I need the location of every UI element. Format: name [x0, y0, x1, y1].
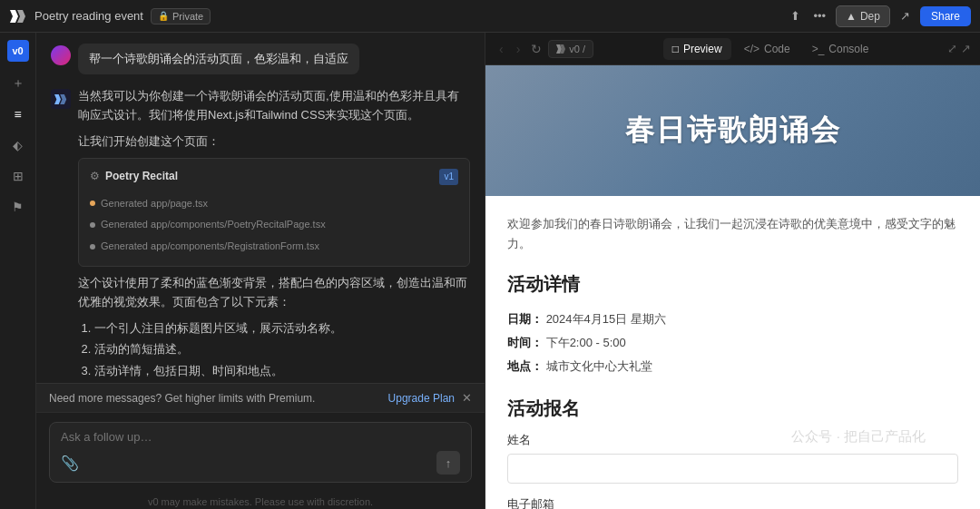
url-bar: v0 /: [548, 40, 593, 58]
upload-button[interactable]: ⬆: [788, 6, 803, 25]
name-label: 姓名: [507, 432, 958, 448]
share-label: Share: [931, 10, 960, 23]
ai-avatar: [51, 89, 71, 109]
preview-panel: ‹ › ↻ v0 / □ Preview </> Code >_ Console…: [485, 33, 980, 509]
disclaimer-text: v0 may make mistakes. Please use with di…: [36, 492, 485, 509]
name-input[interactable]: [507, 454, 958, 484]
code-tab-icon: </>: [744, 43, 760, 55]
time-label: 时间：: [507, 336, 543, 349]
preview-tab-icon: □: [672, 43, 679, 55]
list-item-1: 一个引人注目的标题图片区域，展示活动名称。: [94, 319, 470, 338]
user-bubble: 帮一个诗歌朗诵会的活动页面，色彩温和，自适应: [78, 44, 359, 74]
more-button[interactable]: •••: [810, 6, 828, 25]
premium-bar: Need more messages? Get higher limits wi…: [36, 383, 485, 412]
sidebar-grid-icon[interactable]: ⊞: [5, 163, 31, 189]
share-button[interactable]: Share: [920, 6, 971, 26]
input-actions: 📎 ↑: [61, 451, 460, 475]
app-logo: [9, 9, 27, 24]
deploy-arrow-icon: ▲: [846, 10, 857, 23]
sidebar-logo: v0: [7, 40, 29, 62]
file-dot-icon: [90, 201, 95, 206]
hero-section: 春日诗歌朗诵会: [485, 65, 980, 196]
ai-content: 当然我可以为你创建一个诗歌朗诵会的活动页面,使用温和的色彩并且具有响应式设计。我…: [78, 87, 470, 383]
sidebar-flag-icon[interactable]: ⚑: [5, 194, 31, 220]
form-title: 活动报名: [507, 396, 958, 421]
input-bar: 📎 ↑: [36, 412, 485, 492]
project-title: Poetry reading event: [34, 9, 143, 23]
forward-button[interactable]: ›: [512, 39, 525, 59]
file-item-2: Generated app/components/PoetryRecitalPa…: [90, 214, 458, 236]
ai-desc-text: 这个设计使用了柔和的蓝色渐变背景，搭配白色的内容区域，创造出温和而优雅的视觉效果…: [78, 274, 470, 312]
version-badge: v1: [439, 169, 458, 185]
location-label: 地点：: [507, 359, 543, 373]
code-title: Poetry Recital: [105, 168, 178, 185]
list-item-2: 活动的简短描述。: [94, 340, 470, 358]
user-avatar: [51, 45, 71, 65]
console-tab-label: Console: [828, 43, 868, 55]
top-bar-actions: ▲ Dep ↗ Share: [836, 5, 971, 27]
file-name-1: Generated app/page.tsx: [101, 196, 208, 212]
tab-code[interactable]: </> Code: [735, 38, 799, 60]
private-badge: 🔒 Private: [151, 8, 211, 24]
page-body: 欢迎参加我们的春日诗歌朗诵会，让我们一起沉浸在诗歌的优美意境中，感受文字的魅力。…: [485, 196, 980, 509]
date-label: 日期：: [507, 312, 543, 326]
share-icon-btn[interactable]: ↗: [897, 6, 913, 25]
sidebar-layers-icon[interactable]: ⬖: [5, 132, 31, 158]
url-text: v0 /: [569, 44, 585, 54]
date-value: 2024年4月15日 星期六: [546, 312, 666, 326]
file-item-3: Generated app/components/RegistrationFor…: [90, 236, 458, 258]
time-value: 下午2:00 - 5:00: [546, 336, 626, 349]
send-button[interactable]: ↑: [436, 451, 460, 475]
back-button[interactable]: ‹: [495, 39, 508, 59]
user-message: 帮一个诗歌朗诵会的活动页面，色彩温和，自适应: [51, 44, 470, 74]
upgrade-button[interactable]: Upgrade Plan: [388, 392, 455, 405]
file-dot-icon-3: [90, 244, 95, 250]
lock-icon: 🔒: [158, 11, 169, 21]
main-layout: v0 ＋ ≡ ⬖ ⊞ ⚑ 帮一个诗歌朗诵会的活动页面，色彩温和，自适应: [0, 33, 980, 509]
external-link-button[interactable]: ↗: [961, 42, 971, 55]
expand-button[interactable]: ⤢: [947, 42, 957, 55]
close-premium-button[interactable]: ✕: [462, 391, 472, 405]
ai-message: 当然我可以为你创建一个诗歌朗诵会的活动页面,使用温和的色彩并且具有响应式设计。我…: [51, 87, 470, 383]
file-name-2: Generated app/components/PoetryRecitalPa…: [101, 217, 326, 233]
v0-icon: [556, 44, 565, 54]
detail-date: 日期： 2024年4月15日 星期六: [507, 308, 958, 331]
gear-icon: ⚙: [90, 168, 100, 185]
tab-preview[interactable]: □ Preview: [663, 38, 731, 60]
sidebar-plus-icon[interactable]: ＋: [5, 71, 31, 96]
preview-tabs: ‹ › ↻ v0 / □ Preview </> Code >_ Console…: [485, 33, 980, 65]
ai-intro-text: 当然我可以为你创建一个诗歌朗诵会的活动页面,使用温和的色彩并且具有响应式设计。我…: [78, 87, 470, 125]
hero-title: 春日诗歌朗诵会: [625, 111, 841, 151]
preview-tab-label: Preview: [683, 43, 722, 55]
console-tab-icon: >_: [812, 43, 825, 55]
deploy-button[interactable]: ▲ Dep: [836, 5, 890, 27]
email-label: 电子邮箱: [507, 496, 958, 509]
code-tab-label: Code: [764, 43, 790, 55]
chat-messages: 帮一个诗歌朗诵会的活动页面，色彩温和，自适应 当然我可以为你创建一个诗歌朗诵会的…: [36, 33, 485, 383]
feature-list: 一个引人注目的标题图片区域，展示活动名称。 活动的简短描述。 活动详情，包括日期…: [78, 319, 470, 383]
chat-input[interactable]: [61, 430, 460, 444]
file-item-1: Generated app/page.tsx: [90, 193, 458, 215]
code-block: ⚙ Poetry Recital v1 Generated app/page.t…: [78, 158, 470, 267]
chat-panel: 帮一个诗歌朗诵会的活动页面，色彩温和，自适应 当然我可以为你创建一个诗歌朗诵会的…: [36, 33, 485, 509]
refresh-button[interactable]: ↻: [528, 39, 544, 59]
premium-msg: Need more messages? Get higher limits wi…: [49, 392, 315, 405]
location-value: 城市文化中心大礼堂: [546, 359, 652, 373]
list-item-3: 活动详情，包括日期、时间和地点。: [94, 362, 470, 380]
sidebar-menu-icon[interactable]: ≡: [5, 102, 31, 127]
registration-form: 活动报名 姓名 电子邮箱 提交报名: [507, 396, 958, 509]
details-section: 活动详情 日期： 2024年4月15日 星期六 时间： 下午2:00 - 5:0…: [507, 272, 958, 378]
top-bar: Poetry reading event 🔒 Private ⬆ ••• ▲ D…: [0, 0, 980, 33]
private-label: Private: [172, 11, 203, 22]
preview-page: 春日诗歌朗诵会 欢迎参加我们的春日诗歌朗诵会，让我们一起沉浸在诗歌的优美意境中，…: [485, 65, 980, 509]
ai-start-text: 让我们开始创建这个页面：: [78, 132, 470, 152]
tab-console[interactable]: >_ Console: [803, 38, 878, 60]
preview-content: 春日诗歌朗诵会 欢迎参加我们的春日诗歌朗诵会，让我们一起沉浸在诗歌的优美意境中，…: [485, 65, 980, 509]
file-dot-icon-2: [90, 222, 95, 228]
attach-button[interactable]: 📎: [61, 455, 79, 472]
detail-time: 时间： 下午2:00 - 5:00: [507, 331, 958, 355]
file-name-3: Generated app/components/RegistrationFor…: [101, 239, 319, 255]
left-sidebar: v0 ＋ ≡ ⬖ ⊞ ⚑: [0, 33, 36, 509]
intro-text: 欢迎参加我们的春日诗歌朗诵会，让我们一起沉浸在诗歌的优美意境中，感受文字的魅力。: [507, 214, 958, 254]
details-title: 活动详情: [507, 272, 958, 297]
